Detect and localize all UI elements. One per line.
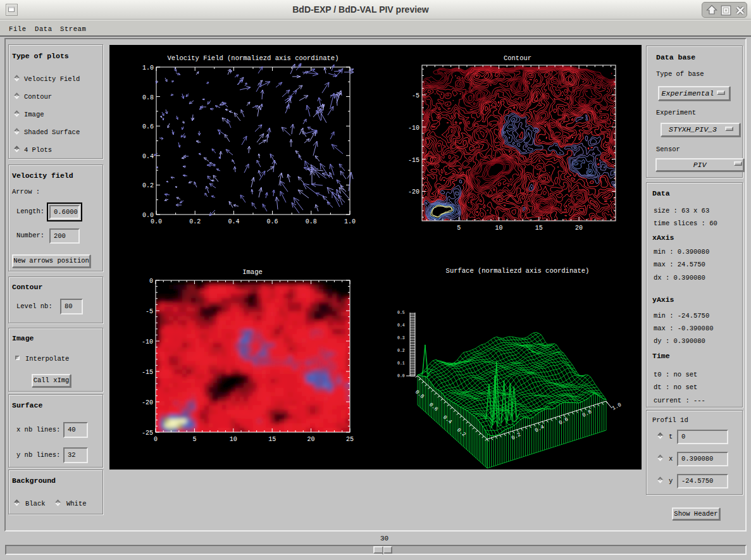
svg-text:0.0: 0.0	[397, 374, 405, 378]
svg-text:0.4: 0.4	[142, 153, 154, 160]
svg-text:0.0: 0.0	[142, 212, 154, 219]
svg-text:0.4: 0.4	[397, 323, 405, 328]
svg-text:5: 5	[457, 225, 461, 232]
svg-text:15: 15	[268, 436, 276, 443]
svg-text:-15: -15	[408, 157, 419, 164]
svg-text:15: 15	[535, 225, 543, 232]
svg-text:0.1: 0.1	[397, 361, 405, 366]
svg-text:-5: -5	[146, 308, 153, 315]
svg-text:0.8: 0.8	[142, 94, 154, 101]
svg-text:-10: -10	[142, 339, 153, 345]
svg-text:Surface (normaliezd axis coord: Surface (normaliezd axis coordinate)	[446, 267, 590, 275]
svg-text:0.8: 0.8	[306, 218, 317, 225]
svg-text:0.5: 0.5	[397, 311, 405, 315]
svg-text:0.2: 0.2	[397, 349, 405, 353]
svg-text:0.2: 0.2	[142, 182, 154, 189]
svg-text:Contour: Contour	[504, 54, 531, 62]
svg-text:25: 25	[346, 436, 354, 443]
svg-text:5: 5	[192, 436, 196, 443]
svg-text:-10: -10	[408, 125, 419, 132]
svg-text:1.0: 1.0	[344, 218, 356, 225]
svg-text:20: 20	[307, 436, 315, 443]
svg-text:0.6: 0.6	[142, 123, 154, 130]
svg-text:-25: -25	[142, 430, 153, 437]
svg-text:0: 0	[154, 436, 158, 443]
svg-text:-20: -20	[408, 189, 419, 196]
svg-text:0.0: 0.0	[151, 218, 162, 225]
svg-text:0.4: 0.4	[228, 218, 239, 225]
svg-text:0.2: 0.2	[189, 218, 201, 225]
svg-text:0.6: 0.6	[267, 218, 278, 225]
svg-text:10: 10	[495, 225, 503, 232]
svg-text:0: 0	[149, 278, 153, 285]
svg-text:-15: -15	[142, 369, 153, 376]
svg-text:20: 20	[575, 225, 583, 232]
svg-text:1.0: 1.0	[142, 65, 154, 72]
svg-text:-5: -5	[412, 92, 419, 99]
svg-text:0.3: 0.3	[397, 336, 405, 340]
svg-text:-20: -20	[142, 399, 153, 406]
svg-text:10: 10	[230, 436, 237, 443]
svg-text:Velocity Field (normaliezd axi: Velocity Field (normaliezd axis coordina…	[168, 54, 339, 62]
svg-text:Image: Image	[242, 268, 263, 276]
